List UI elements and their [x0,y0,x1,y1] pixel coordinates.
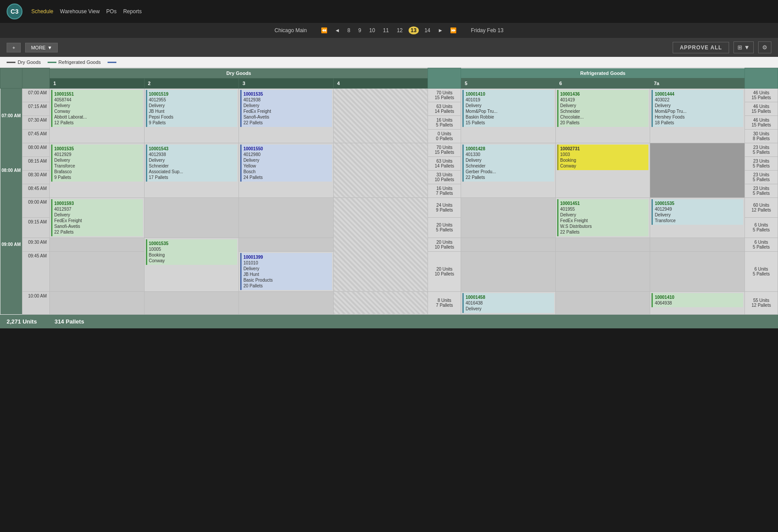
cell-1000-7a[interactable]: 10001410 4064938 [650,291,745,314]
time-group-0800: 08:00 AM [0,143,22,197]
date-label: Friday Feb 13 [471,27,503,33]
time-1000: 10:00 AM [22,291,50,314]
stats-0830-right: 23 Units5 Pallets [745,170,778,184]
entry-10001458[interactable]: 10001458 4016438 Delivery [462,293,554,313]
stats-0715: 63 Units14 Pallets [428,102,461,115]
entry-10001428[interactable]: 10001428 401330 Delivery Schneider Gerbe… [462,145,554,182]
col-7a: 7a [650,78,745,88]
cell-0900-7a[interactable]: 10001535 4012949 Delivery Transforce [650,197,745,238]
cell-0700-1[interactable]: 10001551 4058744 Delivery Conway Abbott … [50,88,145,143]
stats-0930: 20 Units10 Pallets [428,238,461,251]
nav-pos[interactable]: POs [106,8,116,15]
col-4: 4 [333,78,428,88]
date-11[interactable]: 11 [381,26,391,34]
cell-0900-3 [239,197,334,238]
stats-0945-right: 6 Units5 Pallets [745,251,778,291]
time-0900: 09:00 AM [22,197,50,218]
settings-button[interactable]: ⚙ [758,41,771,53]
cell-0930-7a [650,238,745,251]
entry-10001535d[interactable]: 10001535 10005 Booking Conway [146,239,238,265]
time-0915: 09:15 AM [22,218,50,238]
cell-0800-1[interactable]: 10001535 4012929 Delivery Transforce Bra… [50,143,145,197]
date-12[interactable]: 12 [395,26,405,34]
entry-10001550[interactable]: 10001550 4012980 Delivery Yellow Bosch 2… [240,145,332,182]
cell-0945-6 [555,251,650,291]
entry-10001410[interactable]: 10001410 401019 Delivery Mom&Pop Tru... … [462,90,554,127]
footer-units: 2,271 Units [7,318,37,325]
entry-10001399[interactable]: 10001399 101010 Delivery JB Hunt Basic P… [240,253,332,290]
schedule-container: Dry Goods Refrigerated Goods 1 2 3 4 5 6… [0,68,778,315]
nav-last[interactable]: ⏩ [448,26,458,34]
entry-10001535c[interactable]: 10001535 4012949 Delivery Transforce [651,199,743,225]
date-9[interactable]: 9 [356,26,364,34]
grid-view-button[interactable]: ⊞ ▼ [733,41,754,53]
date-10[interactable]: 10 [367,26,377,34]
legend-frozen-line [108,62,116,63]
cell-0800-5[interactable]: 10001428 401330 Delivery Schneider Gerbe… [461,143,556,197]
approve-all-button[interactable]: APPROVE ALL [673,42,729,53]
entry-10001535[interactable]: 10001535 4012938 Delivery FedEx Freight … [240,90,332,127]
cell-1000-5[interactable]: 10001458 4016438 Delivery [461,291,556,314]
stats-0900: 24 Units9 Pallets [428,197,461,218]
dry-goods-header: Dry Goods [50,68,428,78]
entry-10001436[interactable]: 10001436 401419 Delivery Schneider Choco… [557,90,649,127]
cell-0930-2[interactable]: 10001535 10005 Booking Conway [144,238,239,291]
cell-0700-5[interactable]: 10001410 401019 Delivery Mom&Pop Tru... … [461,88,556,143]
add-button[interactable]: + [7,43,21,52]
time-row-0700: 07:00 AM 07:00 AM 10001551 4058744 Deliv… [0,88,778,102]
nav-schedule[interactable]: Schedule [31,8,53,15]
cell-0900-1[interactable]: 10001593 4012937 Delivery FedEx Freight … [50,197,145,238]
more-button[interactable]: MORE ▼ [25,43,58,52]
cell-0945-5 [461,251,556,291]
entry-10001519[interactable]: 10001519 4012955 Delivery JB Hunt Pepsi … [146,90,238,127]
cell-0700-7a[interactable]: 10001444 403022 Delivery Mom&Pop Tru... … [650,88,745,143]
date-14[interactable]: 14 [422,26,432,34]
entry-10001451[interactable]: 10001451 401955 Delivery FedEx Freight W… [557,199,649,236]
cell-0800-6[interactable]: 10002731 1003 Booking Conway [555,143,650,197]
cell-0800-2[interactable]: 10001543 4012938 Delivery Schneider Asso… [144,143,239,197]
entry-10001444[interactable]: 10001444 403022 Delivery Mom&Pop Tru... … [651,90,743,127]
stats-0700-right: 46 Units15 Pallets [745,88,778,102]
cell-0700-3[interactable]: 10001535 4012938 Delivery FedEx Freight … [239,88,334,143]
nav-first[interactable]: ⏪ [319,26,329,34]
cell-1000-2 [144,291,239,314]
cell-0700-6[interactable]: 10001436 401419 Delivery Schneider Choco… [555,88,650,143]
refrig-header: Refrigerated Goods [461,68,745,78]
stats-0915: 20 Units5 Pallets [428,218,461,238]
legend-refrig-line [48,62,56,63]
legend-dry-line [7,62,15,63]
cell-0930-5 [461,238,556,251]
entry-10001410b[interactable]: 10001410 4064938 [651,293,743,307]
time-row-1000: 10:00 AM 8 Units7 Pallets 10001458 40164… [0,291,778,314]
time-group-0900: 09:00 AM [0,197,22,291]
time-0745: 07:45 AM [22,129,50,143]
cell-0945-1 [50,251,145,291]
time-0845: 08:45 AM [22,184,50,197]
schedule-table: Dry Goods Refrigerated Goods 1 2 3 4 5 6… [0,68,778,315]
entry-10001551[interactable]: 10001551 4058744 Delivery Conway Abbott … [51,90,143,127]
nav-links: Schedule Warehouse View POs Reports [31,8,141,15]
cell-0900-6[interactable]: 10001451 401955 Delivery FedEx Freight W… [555,197,650,238]
cell-0945-3[interactable]: 10001399 101010 Delivery JB Hunt Basic P… [239,251,334,291]
date-13[interactable]: 13 [409,26,419,34]
stats-0815-right: 23 Units5 Pallets [745,156,778,170]
date-8[interactable]: 8 [345,26,353,34]
cell-0800-3[interactable]: 10001550 4012980 Delivery Yellow Bosch 2… [239,143,334,197]
time-0800: 08:00 AM [22,143,50,156]
cell-0900-5 [461,197,556,238]
entry-10001535b[interactable]: 10001535 4012929 Delivery Transforce Bra… [51,145,143,182]
nav-warehouse[interactable]: Warehouse View [60,8,100,15]
cell-1000-1 [50,291,145,314]
cell-0700-2[interactable]: 10001519 4012955 Delivery JB Hunt Pepsi … [144,88,239,143]
nav-reports[interactable]: Reports [123,8,141,15]
nav-prev[interactable]: ◄ [333,26,342,34]
legend-refrig: Refrigerated Goods [48,60,101,65]
entry-10002731[interactable]: 10002731 1003 Booking Conway [557,145,649,170]
legend: Dry Goods Refrigerated Goods [0,57,778,68]
nav-next[interactable]: ► [436,26,445,34]
entry-10001543[interactable]: 10001543 4012938 Delivery Schneider Asso… [146,145,238,182]
col-1: 1 [50,78,145,88]
entry-10001593[interactable]: 10001593 4012937 Delivery FedEx Freight … [51,199,143,236]
date-nav: Chicago Main ⏪ ◄ 8 9 10 11 12 13 14 ► ⏩ … [0,23,778,38]
cell-0900-2 [144,197,239,238]
